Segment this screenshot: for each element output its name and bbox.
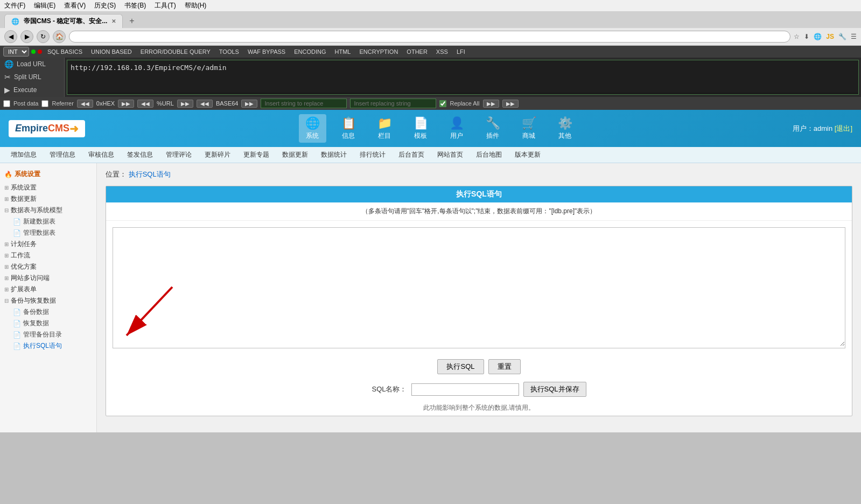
submenu-update-topics[interactable]: 更新专题 bbox=[241, 149, 271, 160]
back-button[interactable]: ◀ bbox=[4, 30, 17, 43]
save-sql-button[interactable]: 执行SQL并保存 bbox=[523, 382, 586, 397]
submenu-data-stats[interactable]: 数据统计 bbox=[319, 149, 349, 160]
referrer-checkbox[interactable] bbox=[41, 100, 48, 107]
menu-file[interactable]: 文件(F) bbox=[4, 1, 25, 10]
url-encode-right-btn[interactable]: ▶▶ bbox=[177, 100, 193, 108]
home-button[interactable]: 🏠 bbox=[53, 30, 66, 43]
sidebar-item-new-table[interactable]: 📄 新建数据表 bbox=[0, 216, 96, 227]
replace-bar: Post data Referrer ◀◀ 0xHEX ▶▶ ◀◀ %URL ▶… bbox=[0, 97, 861, 110]
extensions-icon[interactable]: 🔧 bbox=[838, 33, 846, 40]
sqlmap-menu-sql-basics[interactable]: SQL BASICS bbox=[44, 47, 86, 56]
submenu-site-home[interactable]: 网站首页 bbox=[435, 149, 465, 160]
load-url-item[interactable]: 🌐 Load URL bbox=[0, 58, 64, 71]
menu-bookmarks[interactable]: 书签(B) bbox=[124, 1, 146, 10]
int-select[interactable]: INT bbox=[3, 47, 29, 57]
browser-tab[interactable]: 🌐 帝国CMS - 稳定可靠、安全... ✕ bbox=[4, 14, 123, 28]
menu-icon[interactable]: ☰ bbox=[851, 33, 857, 40]
sqlmap-menu-encoding[interactable]: ENCODING bbox=[291, 47, 329, 56]
sidebar-item-data-table-model[interactable]: ⊟ 数据表与系统模型 bbox=[0, 205, 96, 216]
refresh-button[interactable]: ↻ bbox=[37, 30, 50, 43]
sql-name-label: SQL名称： bbox=[372, 384, 407, 394]
sql-box-header: 执行SQL语句 bbox=[106, 186, 852, 202]
sidebar-item-restore-data[interactable]: 📄 恢复数据 bbox=[0, 318, 96, 329]
submenu-backend-map[interactable]: 后台地图 bbox=[474, 149, 504, 160]
sqlmap-menu-encryption[interactable]: ENCRYPTION bbox=[356, 47, 401, 56]
nav-item-system[interactable]: 🌐 系统 bbox=[299, 114, 326, 143]
nav-item-user[interactable]: 👤 用户 bbox=[443, 114, 471, 143]
submenu-update-fragments[interactable]: 更新碎片 bbox=[202, 149, 233, 160]
sqlmap-menu-other[interactable]: OTHER bbox=[403, 47, 431, 56]
menu-tools[interactable]: 工具(T) bbox=[155, 1, 176, 10]
replace-right-btn2[interactable]: ▶▶ bbox=[502, 100, 519, 108]
tree-minus-icon2: ⊟ bbox=[4, 298, 9, 304]
sidebar-item-workflow[interactable]: ⊞ 工作流 bbox=[0, 250, 96, 261]
sqlmap-menu-waf-bypass[interactable]: WAF BYPASS bbox=[244, 47, 289, 56]
sidebar-item-scheduled-tasks[interactable]: ⊞ 计划任务 bbox=[0, 239, 96, 250]
sidebar-item-system-settings[interactable]: ⊞ 系统设置 bbox=[0, 182, 96, 193]
sidebar-item-execute-sql[interactable]: 📄 执行SQL语句 bbox=[0, 340, 96, 352]
load-url-label: Load URL bbox=[17, 60, 46, 68]
sidebar-item-manage-table[interactable]: 📄 管理数据表 bbox=[0, 227, 96, 239]
globe-icon[interactable]: 🌐 bbox=[814, 33, 822, 40]
sqlmap-menu-lfi[interactable]: LFI bbox=[453, 47, 468, 56]
menu-history[interactable]: 历史(S) bbox=[94, 1, 116, 10]
sqlmap-menu-html[interactable]: HTML bbox=[331, 47, 354, 56]
submenu-backend-home[interactable]: 后台首页 bbox=[396, 149, 426, 160]
url-encode-left-btn[interactable]: ◀◀ bbox=[137, 100, 153, 108]
submenu-manage-info[interactable]: 管理信息 bbox=[47, 149, 78, 160]
address-input[interactable]: 192.168.10.3/EmpireCMS/e/admin/admin.php… bbox=[69, 31, 790, 43]
breadcrumb-link[interactable]: 执行SQL语句 bbox=[129, 170, 171, 178]
replace-all-checkbox[interactable] bbox=[439, 100, 446, 107]
bookmark-star-icon[interactable]: ☆ bbox=[794, 33, 800, 40]
new-tab-button[interactable]: + bbox=[125, 14, 138, 28]
hex-encode-right-btn[interactable]: ▶▶ bbox=[118, 100, 134, 108]
nav-item-info[interactable]: 📋 信息 bbox=[335, 114, 362, 143]
nav-item-shop[interactable]: 🛒 商城 bbox=[515, 114, 543, 143]
sidebar-item-data-update[interactable]: ⊞ 数据更新 bbox=[0, 193, 96, 205]
submenu-add-info[interactable]: 增加信息 bbox=[9, 149, 39, 160]
sidebar-item-multisite[interactable]: ⊞ 网站多访问端 bbox=[0, 272, 96, 284]
insert-string-input[interactable] bbox=[261, 99, 347, 108]
submenu-review-info[interactable]: 审核信息 bbox=[86, 149, 116, 160]
sidebar-item-backup-restore[interactable]: ⊟ 备份与恢复数据 bbox=[0, 295, 96, 306]
sqlmap-menu-xss[interactable]: XSS bbox=[433, 47, 451, 56]
submenu-rank-stats[interactable]: 排行统计 bbox=[358, 149, 388, 160]
menu-help[interactable]: 帮助(H) bbox=[185, 1, 207, 10]
hex-encode-left-btn[interactable]: ◀◀ bbox=[77, 100, 93, 108]
nav-item-plugin[interactable]: 🔧 插件 bbox=[479, 114, 507, 143]
menu-view[interactable]: 查看(V) bbox=[64, 1, 86, 10]
url-textarea[interactable]: http://192.168.10.3/EmpireCMS/e/admin bbox=[67, 60, 858, 93]
nav-item-column[interactable]: 📁 栏目 bbox=[371, 114, 398, 143]
reset-button[interactable]: 重置 bbox=[488, 359, 521, 374]
sidebar-item-manage-backup-dir[interactable]: 📄 管理备份目录 bbox=[0, 329, 96, 340]
sqlmap-menu-tools[interactable]: TOOLS bbox=[216, 47, 242, 56]
sqlmap-menu-error-double[interactable]: ERROR/DOUBLE QUERY bbox=[137, 47, 214, 56]
menu-edit[interactable]: 编辑(E) bbox=[34, 1, 55, 10]
split-url-item[interactable]: ✂ Split URL bbox=[0, 71, 64, 83]
submenu-version-update[interactable]: 版本更新 bbox=[513, 149, 543, 160]
base64-encode-left-btn[interactable]: ◀◀ bbox=[197, 100, 213, 108]
forward-button[interactable]: ▶ bbox=[20, 30, 33, 43]
tab-close-button[interactable]: ✕ bbox=[111, 18, 116, 24]
submenu-manage-comments[interactable]: 管理评论 bbox=[164, 149, 194, 160]
execute-item[interactable]: ▶ Execute bbox=[0, 83, 64, 96]
leaf-doc-icon: 📄 bbox=[13, 218, 21, 226]
insert-replacing-input[interactable] bbox=[350, 99, 436, 108]
sidebar-item-extended-forms[interactable]: ⊞ 扩展表单 bbox=[0, 284, 96, 295]
post-data-checkbox[interactable] bbox=[3, 100, 10, 107]
sql-name-input[interactable] bbox=[411, 383, 519, 396]
nav-item-template[interactable]: 📄 模板 bbox=[407, 114, 435, 143]
sql-textarea[interactable] bbox=[113, 228, 845, 346]
download-icon[interactable]: ⬇ bbox=[804, 33, 809, 40]
execute-sql-button[interactable]: 执行SQL bbox=[437, 359, 484, 374]
submenu-data-update[interactable]: 数据更新 bbox=[280, 149, 310, 160]
replace-right-btn[interactable]: ▶▶ bbox=[483, 100, 499, 108]
sidebar-item-optimization[interactable]: ⊞ 优化方案 bbox=[0, 261, 96, 272]
base64-encode-right-btn[interactable]: ▶▶ bbox=[241, 100, 257, 108]
sidebar-item-backup-data[interactable]: 📄 备份数据 bbox=[0, 306, 96, 318]
nav-item-other[interactable]: ⚙️ 其他 bbox=[551, 114, 579, 143]
logout-link[interactable]: [退出] bbox=[835, 124, 852, 132]
sqlmap-menu-union-based[interactable]: UNION BASED bbox=[88, 47, 135, 56]
js-icon[interactable]: JS bbox=[826, 33, 834, 40]
submenu-publish-info[interactable]: 签发信息 bbox=[125, 149, 155, 160]
